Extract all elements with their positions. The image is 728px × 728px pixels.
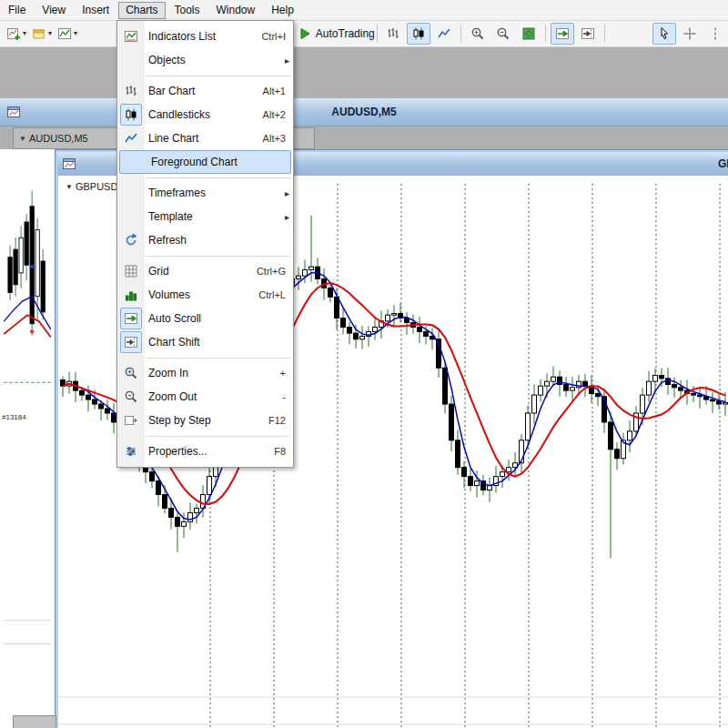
menu-item-zoom-out[interactable]: Zoom Out- [117,385,293,409]
menu-separator [117,174,293,181]
toolbar-separator [460,25,461,43]
menu-insert[interactable]: Insert [75,2,116,19]
line-chart-icon [437,26,451,41]
background-chart-fragment: #13184 [0,149,55,728]
tbtn-zoom-out[interactable] [491,23,515,45]
zoom-out-icon [120,386,142,408]
no-icon [120,206,142,228]
chart-symbol-label[interactable]: ▼ GBPUSD, [66,181,120,192]
menu-item-candlesticks[interactable]: CandlesticksAlt+2 [117,103,293,126]
menu-item-bar-chart[interactable]: Bar ChartAlt+1 [117,79,293,103]
tbtn-chart-shift[interactable] [576,23,600,45]
tbtn-profiles[interactable]: ▾ [30,23,54,45]
back-window-titlebar[interactable]: AUDUSD,M5 [0,98,728,126]
submenu-arrow-icon: ▸ [285,56,289,66]
tbtn-candlesticks[interactable] [407,23,430,45]
menu-item-label: Step by Step [145,414,268,427]
menu-shortcut: + [280,368,289,379]
menu-item-label: Bar Chart [145,85,263,97]
menu-separator [117,72,293,79]
crosshair-icon [682,26,697,41]
chart-shift-icon [120,331,142,353]
mdi-client-area: AUDUSD,M5 ▼ AUDUSD,M5 #13184 GBPUSD, ▼ G… [0,47,728,728]
menu-item-label: Timeframes [145,187,285,199]
tbtn-vertical-line[interactable] [703,23,727,45]
tbtn-auto-scroll[interactable] [551,23,574,45]
chart-shift-icon [581,26,595,41]
candlestick-icon [120,104,142,126]
autotrading-play-icon [298,26,312,41]
menu-shortcut: - [282,391,289,402]
menu-file[interactable]: File [1,2,33,19]
submenu-arrow-icon: ▸ [285,212,289,222]
tbtn-tile-windows[interactable] [517,23,541,45]
grid-icon [120,260,142,282]
chart-indicator-icon [57,26,72,41]
properties-icon [120,440,142,462]
background-chart-svg [0,149,55,728]
menu-separator [117,252,293,259]
menu-item-objects[interactable]: Objects▸ [117,48,293,72]
order-label: #13184 [2,413,26,421]
menu-item-chart-shift[interactable]: Chart Shift [117,330,293,354]
submenu-arrow-icon: ▸ [285,188,289,198]
menu-item-label: Auto Scroll [145,312,289,325]
menu-item-label: Indicators List [145,30,261,43]
zoom-in-icon [120,362,142,384]
menu-bar: FileViewInsertChartsToolsWindowHelp [0,0,728,21]
menu-item-line-chart[interactable]: Line ChartAlt+3 [117,126,293,150]
menu-window[interactable]: Window [209,2,263,19]
new-chart-icon [6,26,21,41]
menu-item-indicators-list[interactable]: Indicators ListCtrl+I [117,25,293,48]
menu-item-properties[interactable]: Properties...F8 [117,440,293,463]
menu-help[interactable]: Help [264,2,301,19]
bar-chart-icon [120,80,142,102]
menu-view[interactable]: View [35,2,73,19]
menu-item-label: Zoom In [145,367,280,379]
menu-shortcut: Alt+1 [263,86,289,96]
menu-item-grid[interactable]: GridCtrl+G [117,259,293,283]
menu-tools[interactable]: Tools [167,2,207,19]
tbtn-autotrading[interactable]: AutoTrading [300,23,372,45]
menu-shortcut: Ctrl+I [261,31,289,42]
zoom-out-icon [496,26,511,41]
menu-item-label: Volumes [145,288,258,301]
tbtn-new-chart[interactable]: ▾ [5,23,28,45]
dropdown-caret-icon: ▾ [23,29,26,37]
no-icon [123,151,145,173]
zoom-in-icon [470,26,485,41]
tbtn-indicators[interactable]: ▾ [56,23,79,45]
menu-item-label: Chart Shift [145,336,289,349]
dropdown-caret-icon: ▾ [48,29,52,37]
menu-item-label: Line Chart [145,132,263,145]
bar-chart-icon [386,26,400,41]
vline-icon [708,26,723,41]
tbtn-cursor[interactable] [652,23,676,45]
menu-item-label: Refresh [145,234,289,247]
menu-item-foreground-chart[interactable]: Foreground Chart [119,150,291,174]
menu-item-auto-scroll[interactable]: Auto Scroll [117,307,293,330]
step-icon [120,410,142,431]
menu-charts[interactable]: Charts [118,2,165,19]
menu-item-label: Candlesticks [145,108,263,121]
front-window-title: GBPUSD, [718,157,728,170]
auto-scroll-icon [555,26,570,41]
menu-item-label: Properties... [145,445,274,458]
menu-item-refresh[interactable]: Refresh [117,228,293,252]
tbtn-zoom-in[interactable] [466,23,490,45]
back-chart-symbol-label: ▼ AUDUSD,M5 [19,133,88,144]
menu-item-label: Grid [145,265,257,278]
tbtn-line-chart[interactable] [432,23,456,45]
menu-separator [117,354,293,361]
menu-item-template[interactable]: Template▸ [117,205,293,228]
menu-item-volumes[interactable]: VolumesCtrl+L [117,283,293,307]
cursor-icon [657,26,672,41]
indicators-list-icon [120,25,142,47]
profiles-icon [32,26,46,41]
menu-item-timeframes[interactable]: Timeframes▸ [117,181,293,205]
no-icon [120,182,142,204]
menu-item-zoom-in[interactable]: Zoom In+ [117,361,293,385]
menu-item-step-by-step[interactable]: Step by StepF12 [117,409,293,432]
tbtn-bar-chart[interactable] [381,23,405,45]
tbtn-crosshair[interactable] [678,23,702,45]
